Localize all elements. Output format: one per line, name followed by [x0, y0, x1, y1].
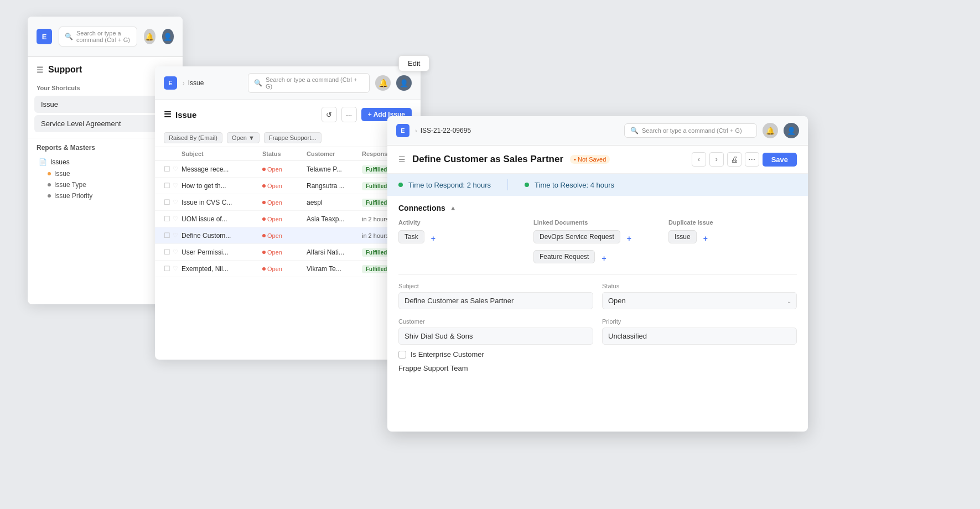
hamburger-list-icon: ☰ — [164, 110, 171, 120]
checkbox[interactable]: ☐ — [164, 165, 170, 173]
priority-label: Priority — [602, 318, 797, 325]
row-customer: Asia Teaxp... — [307, 215, 362, 223]
notification-icon-list[interactable]: 🔔 — [375, 75, 391, 91]
enterprise-checkbox[interactable] — [398, 351, 406, 359]
add-linked-button[interactable]: + — [627, 234, 631, 243]
sla-divider — [507, 179, 508, 190]
save-button[interactable]: Save — [763, 153, 797, 167]
add-activity-button[interactable]: + — [431, 234, 435, 243]
duplicate-label: Duplicate Issue — [668, 219, 797, 226]
list-topbar-right: 🔍 Search or type a command (Ctrl + G) 🔔 … — [248, 73, 412, 93]
heart-icon[interactable]: ♡ — [173, 248, 178, 256]
breadcrumb-id: ISS-21-22-09695 — [421, 127, 471, 134]
notification-icon-detail[interactable]: 🔔 — [763, 123, 778, 138]
hamburger-detail-icon: ☰ — [398, 155, 406, 164]
heart-icon[interactable]: ♡ — [173, 232, 178, 239]
form-grid: Subject Status Open ⌄ Customer — [398, 283, 797, 345]
filter-raised-by[interactable]: Raised By (Email) — [164, 132, 222, 143]
heart-icon[interactable]: ♡ — [173, 182, 178, 189]
print-button[interactable]: 🖨 — [727, 152, 742, 167]
row-status: Open — [262, 266, 307, 272]
row-status: Open — [262, 199, 307, 206]
list-title: ☰ Issue — [164, 110, 196, 120]
prev-button[interactable]: ‹ — [692, 152, 706, 167]
priority-input[interactable] — [602, 328, 797, 345]
checkbox[interactable]: ☐ — [164, 215, 170, 223]
table-row[interactable]: ☐♡ Issue in CVS C... Open aespl Fulfille… — [155, 194, 421, 211]
subject-field: Subject — [398, 283, 593, 309]
window-issue-list: E › Issue 🔍 Search or type a command (Ct… — [155, 66, 421, 360]
table-row[interactable]: ☐♡ Message rece... Open Telawne P... Ful… — [155, 161, 421, 178]
feature-tag[interactable]: Feature Request — [533, 250, 595, 263]
refresh-button[interactable]: ↺ — [322, 107, 337, 122]
checkbox[interactable]: ☐ — [164, 181, 170, 190]
search-bar-list[interactable]: 🔍 Search or type a command (Ctrl + G) — [248, 73, 370, 93]
sla-banner: Time to Respond: 2 hours Time to Resolve… — [387, 174, 808, 196]
table-row[interactable]: ☐♡ How to get th... Open Rangsutra ... F… — [155, 178, 421, 194]
filter-status[interactable]: Open ▼ — [227, 132, 260, 143]
connections-header[interactable]: Connections ▲ — [398, 204, 797, 212]
linked-docs-label: Linked Documents — [533, 219, 662, 226]
reports-item-issue-priority[interactable]: Issue Priority — [39, 190, 174, 201]
enterprise-checkbox-row: Is Enterprise Customer — [398, 350, 797, 359]
app-icon[interactable]: E — [37, 29, 52, 44]
activity-label: Activity — [398, 219, 527, 226]
table-header: Subject Status Customer Response ... — [155, 147, 421, 161]
more-options-detail-button[interactable]: ··· — [745, 152, 759, 167]
task-tag[interactable]: Task — [398, 230, 424, 243]
add-duplicate-button[interactable]: + — [703, 234, 708, 243]
more-options-button[interactable]: ··· — [341, 107, 357, 122]
priority-field: Priority — [602, 318, 797, 345]
sla-resolve-dot — [525, 183, 529, 187]
avatar[interactable]: 👤 — [162, 29, 174, 44]
reports-group: 📄 Issues Issue Issue Type Issue Priority — [39, 156, 174, 201]
table-row[interactable]: ☐♡ Define Custom... Open in 2 hours — [155, 227, 421, 244]
connections-duplicate-col: Duplicate Issue Issue + — [668, 219, 797, 267]
devops-tag[interactable]: DevOps Service Request — [533, 230, 620, 243]
table-row[interactable]: ☐♡ User Permissi... Open Alfarsi Nati...… — [155, 244, 421, 261]
notification-icon[interactable]: 🔔 — [144, 29, 155, 44]
connections-title: Connections — [398, 204, 445, 212]
avatar-list[interactable]: 👤 — [396, 75, 412, 91]
col-status: Status — [262, 150, 307, 157]
heart-icon[interactable]: ♡ — [173, 265, 178, 272]
subject-input[interactable] — [398, 292, 593, 309]
customer-field: Customer — [398, 318, 593, 345]
issue-tag[interactable]: Issue — [668, 230, 697, 243]
next-button[interactable]: › — [709, 152, 724, 167]
col-customer: Customer — [307, 150, 362, 157]
list-header: ☰ Issue ↺ ··· + Add Issue — [155, 100, 421, 129]
search-bar-detail[interactable]: 🔍 Search or type a command (Ctrl + G) — [624, 123, 757, 138]
checkbox[interactable]: ☐ — [164, 248, 170, 256]
table-row[interactable]: ☐♡ UOM issue of... Open Asia Teaxp... in… — [155, 211, 421, 227]
add-feature-button[interactable]: + — [602, 254, 606, 263]
heart-icon[interactable]: ♡ — [173, 215, 178, 222]
checkbox[interactable]: ☐ — [164, 198, 170, 206]
checkbox[interactable]: ☐ — [164, 264, 170, 273]
search-icon: 🔍 — [630, 127, 639, 134]
hamburger-icon[interactable]: ☰ — [37, 65, 44, 74]
edit-tooltip[interactable]: Edit — [398, 55, 429, 71]
reports-item-issue[interactable]: Issue — [39, 168, 174, 179]
avatar-detail[interactable]: 👤 — [784, 123, 799, 138]
col-subject: Subject — [182, 150, 262, 157]
row-name: Exempted, Nil... — [182, 265, 262, 273]
customer-input[interactable] — [398, 328, 593, 345]
table-row[interactable]: ☐♡ Exempted, Nil... Open Vikram Te... Fu… — [155, 261, 421, 277]
heart-icon[interactable]: ♡ — [173, 165, 178, 173]
checkbox[interactable]: ☐ — [164, 231, 170, 240]
connections-activity-col: Activity Task + — [398, 219, 527, 267]
search-bar-support[interactable]: 🔍 Search or type a command (Ctrl + G) — [59, 27, 137, 46]
breadcrumb-detail: › ISS-21-22-09695 — [415, 127, 471, 134]
status-select-wrapper: Open ⌄ — [602, 292, 797, 309]
heart-icon[interactable]: ♡ — [173, 199, 178, 206]
app-icon-detail[interactable]: E — [396, 124, 409, 137]
reports-item-issue-type[interactable]: Issue Type — [39, 179, 174, 190]
breadcrumb-chevron-detail: › — [415, 127, 417, 134]
row-status: Open — [262, 166, 307, 173]
dot-icon — [48, 194, 51, 198]
app-icon-list[interactable]: E — [164, 76, 177, 90]
status-select[interactable]: Open — [602, 292, 797, 309]
row-name: User Permissi... — [182, 248, 262, 256]
filter-account[interactable]: Frappe Support... — [264, 132, 322, 143]
